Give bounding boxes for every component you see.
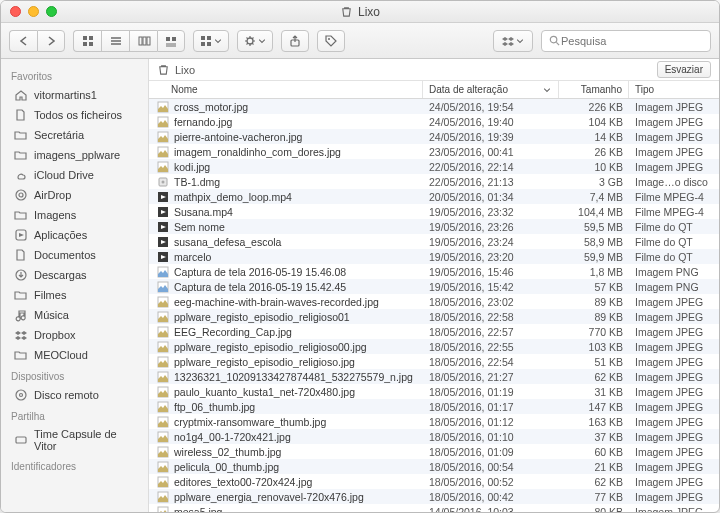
file-row[interactable]: pplware_registo_episodio_religioso00.jpg… <box>149 339 719 354</box>
file-row[interactable]: pplware_registo_episodio_religioso0118/0… <box>149 309 719 324</box>
sidebar-item[interactable]: Imagens <box>1 205 148 225</box>
file-row[interactable]: EEG_Recording_Cap.jpg18/05/2016, 22:5777… <box>149 324 719 339</box>
sidebar-item-label: iCloud Drive <box>34 169 94 181</box>
file-row[interactable]: pelicula_00_thumb.jpg18/05/2016, 00:5421… <box>149 459 719 474</box>
empty-trash-button[interactable]: Esvaziar <box>657 61 711 78</box>
sidebar-item[interactable]: Filmes <box>1 285 148 305</box>
file-row[interactable]: paulo_kuanto_kusta1_net-720x480.jpg18/05… <box>149 384 719 399</box>
file-row[interactable]: marcelo19/05/2016, 23:2059,9 MBFilme do … <box>149 249 719 264</box>
sidebar-item[interactable]: AirDrop <box>1 185 148 205</box>
sidebar-item[interactable]: Descargas <box>1 265 148 285</box>
arrange-button[interactable] <box>193 30 229 52</box>
file-jpg-icon <box>157 326 169 338</box>
file-name: wireless_02_thumb.jpg <box>174 446 281 458</box>
share-button[interactable] <box>281 30 309 52</box>
cloud-icon <box>14 168 28 182</box>
sidebar-item[interactable]: Time Capsule de Vitor <box>1 425 148 455</box>
file-row[interactable]: Captura de tela 2016-05-19 15.46.0819/05… <box>149 264 719 279</box>
file-kind: Filme do QT <box>629 251 719 263</box>
file-date: 18/05/2016, 00:52 <box>423 476 559 488</box>
sidebar-item[interactable]: Dropbox <box>1 325 148 345</box>
file-row[interactable]: Sem nome19/05/2016, 23:2659,5 MBFilme do… <box>149 219 719 234</box>
file-row[interactable]: wireless_02_thumb.jpg18/05/2016, 01:0960… <box>149 444 719 459</box>
file-row[interactable]: pierre-antoine-vacheron.jpg24/05/2016, 1… <box>149 129 719 144</box>
file-name: pplware_registo_episodio_religioso00.jpg <box>174 341 367 353</box>
file-jpg-icon <box>157 356 169 368</box>
sidebar-item-label: Disco remoto <box>34 389 99 401</box>
column-date[interactable]: Data de alteração <box>423 81 559 98</box>
file-row[interactable]: no1g4_00-1-720x421.jpg18/05/2016, 01:103… <box>149 429 719 444</box>
dropbox-button[interactable] <box>493 30 533 52</box>
file-row[interactable]: Susana.mp419/05/2016, 23:32104,4 MBFilme… <box>149 204 719 219</box>
file-row[interactable]: kodi.jpg22/05/2016, 22:1410 KBImagem JPE… <box>149 159 719 174</box>
sidebar-item[interactable]: vitormartins1 <box>1 85 148 105</box>
file-name: Susana.mp4 <box>174 206 233 218</box>
file-size: 3 GB <box>559 176 629 188</box>
file-size: 26 KB <box>559 146 629 158</box>
sidebar-item-label: AirDrop <box>34 189 71 201</box>
file-kind: Imagem JPEG <box>629 296 719 308</box>
search-field[interactable] <box>541 30 711 52</box>
file-date: 18/05/2016, 00:42 <box>423 491 559 503</box>
sidebar-item[interactable]: Aplicações <box>1 225 148 245</box>
forward-button[interactable] <box>37 30 65 52</box>
file-name: pierre-antoine-vacheron.jpg <box>174 131 302 143</box>
file-jpg-icon <box>157 116 169 128</box>
file-size: 59,5 MB <box>559 221 629 233</box>
file-jpg-icon <box>157 386 169 398</box>
sidebar-item[interactable]: iCloud Drive <box>1 165 148 185</box>
view-list-button[interactable] <box>101 30 129 52</box>
file-row[interactable]: eeg-machine-with-brain-waves-recorded.jp… <box>149 294 719 309</box>
sidebar-item[interactable]: Documentos <box>1 245 148 265</box>
sidebar-item[interactable]: imagens_pplware <box>1 145 148 165</box>
file-size: 1,8 MB <box>559 266 629 278</box>
file-row[interactable]: mesa5.jpg14/05/2016, 10:0380 KBImagem JP… <box>149 504 719 512</box>
file-row[interactable]: cross_motor.jpg24/05/2016, 19:54226 KBIm… <box>149 99 719 114</box>
sidebar-item[interactable]: Música <box>1 305 148 325</box>
file-row[interactable]: 13236321_10209133427874481_532275579_n.j… <box>149 369 719 384</box>
file-kind: Imagem JPEG <box>629 371 719 383</box>
file-row[interactable]: cryptmix-ransomware_thumb.jpg18/05/2016,… <box>149 414 719 429</box>
file-row[interactable]: fernando.jpg24/05/2016, 19:40104 KBImage… <box>149 114 719 129</box>
file-row[interactable]: mathpix_demo_loop.mp420/05/2016, 01:347,… <box>149 189 719 204</box>
file-size: 57 KB <box>559 281 629 293</box>
action-menu-button[interactable] <box>237 30 273 52</box>
file-row[interactable]: Captura de tela 2016-05-19 15.42.4519/05… <box>149 279 719 294</box>
view-icon-button[interactable] <box>73 30 101 52</box>
file-row[interactable]: TB-1.dmg22/05/2016, 21:133 GBImage…o dis… <box>149 174 719 189</box>
file-row[interactable]: editores_texto00-720x424.jpg18/05/2016, … <box>149 474 719 489</box>
file-size: 104,4 MB <box>559 206 629 218</box>
app-icon <box>14 228 28 242</box>
file-list[interactable]: cross_motor.jpg24/05/2016, 19:54226 KBIm… <box>149 99 719 512</box>
nav-buttons <box>9 30 65 52</box>
close-button[interactable] <box>10 6 21 17</box>
list-icon <box>109 34 123 48</box>
back-button[interactable] <box>9 30 37 52</box>
file-jpg-icon <box>157 431 169 443</box>
sidebar-item[interactable]: Todos os ficheiros <box>1 105 148 125</box>
search-input[interactable] <box>561 35 704 47</box>
zoom-button[interactable] <box>46 6 57 17</box>
file-date: 18/05/2016, 22:54 <box>423 356 559 368</box>
column-headers: Nome Data de alteração Tamanho Tipo <box>149 81 719 99</box>
view-coverflow-button[interactable] <box>157 30 185 52</box>
file-row[interactable]: pplware_energia_renovavel-720x476.jpg18/… <box>149 489 719 504</box>
column-name[interactable]: Nome <box>149 81 423 98</box>
file-date: 18/05/2016, 21:27 <box>423 371 559 383</box>
sidebar-item[interactable]: MEOCloud <box>1 345 148 365</box>
sidebar-item[interactable]: Disco remoto <box>1 385 148 405</box>
file-row[interactable]: ftp_06_thumb.jpg18/05/2016, 01:17147 KBI… <box>149 399 719 414</box>
file-row[interactable]: imagem_ronaldinho_com_dores.jpg23/05/201… <box>149 144 719 159</box>
file-row[interactable]: pplware_registo_episodio_religioso.jpg18… <box>149 354 719 369</box>
file-row[interactable]: susana_defesa_escola19/05/2016, 23:2458,… <box>149 234 719 249</box>
doc-icon <box>14 108 28 122</box>
view-column-button[interactable] <box>129 30 157 52</box>
sidebar-item[interactable]: Secretária <box>1 125 148 145</box>
tags-button[interactable] <box>317 30 345 52</box>
breadcrumb[interactable]: Lixo <box>157 63 195 76</box>
column-kind[interactable]: Tipo <box>629 81 719 98</box>
column-size[interactable]: Tamanho <box>559 81 629 98</box>
minimize-button[interactable] <box>28 6 39 17</box>
file-date: 19/05/2016, 15:42 <box>423 281 559 293</box>
main-pane: Lixo Esvaziar Nome Data de alteração Tam… <box>149 59 719 512</box>
